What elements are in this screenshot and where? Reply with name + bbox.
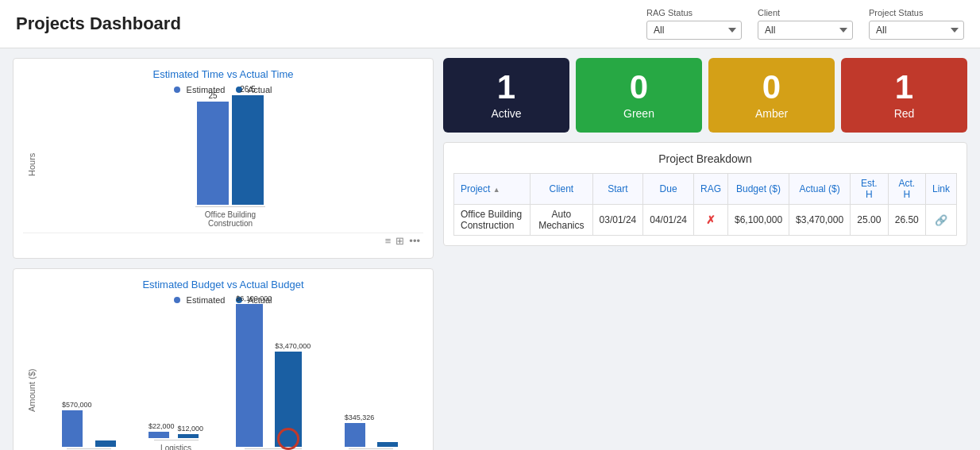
time-chart-card: Estimated Time vs Actual Time Estimated … — [13, 58, 434, 259]
rag-status-select[interactable]: All Green Amber Red — [646, 21, 742, 40]
budget-act-val-2: $3,470,000 — [275, 342, 311, 350]
time-act-bar-group: 26.5 — [232, 85, 264, 205]
status-card-red: 1 Red — [841, 58, 967, 133]
right-column: 1 Active 0 Green 0 Amber 1 Red Project B… — [443, 58, 967, 450]
budget-est-bar-0 — [62, 410, 83, 447]
red-label: Red — [894, 107, 915, 120]
time-chart-bars: 25 26.5 Office BuildingConstruction — [37, 101, 423, 228]
budget-chart-card: Estimated Budget vs Actual Budget Estima… — [13, 268, 434, 450]
active-count: 1 — [497, 71, 515, 104]
estimated-legend-dot — [174, 87, 180, 93]
budget-act-group-3 — [377, 433, 398, 447]
sort-arrow-project[interactable]: ▲ — [493, 186, 500, 194]
time-bars-row: 25 26.5 — [197, 85, 264, 205]
budget-est-val-2: $6,100,000 — [236, 294, 272, 302]
budget-act-group-2: $3,470,000 — [275, 342, 311, 447]
budget-y-axis: Amount ($) — [23, 311, 37, 450]
breakdown-title: Project Breakdown — [453, 152, 957, 165]
cell-project: Office Building Construction — [454, 205, 531, 236]
budget-est-legend-dot — [174, 297, 180, 303]
breakdown-table: Project ▲ Client Start Due RAG Budget ($… — [453, 173, 957, 236]
breakdown-card: Project Breakdown Project ▲ Client Start… — [443, 142, 967, 246]
time-chart-title: Estimated Time vs Actual Time — [23, 68, 423, 80]
col-acth: Act. H — [888, 174, 925, 205]
cell-budget: $6,100,000 — [728, 205, 789, 236]
cell-rag: ✗ — [693, 205, 727, 236]
client-select[interactable]: All — [758, 21, 853, 40]
client-label: Client — [758, 8, 853, 17]
budget-act-bar-0 — [95, 440, 116, 447]
budget-est-group-0: $570,000 — [62, 401, 92, 447]
budget-x-axis-0 — [67, 448, 111, 449]
budget-act-bar-3 — [377, 442, 398, 447]
green-count: 0 — [630, 71, 648, 104]
time-actual-bar — [232, 95, 264, 205]
budget-bar-group-1: $22,000 $12,000 LogisticsAutomationSoftw… — [149, 422, 203, 450]
red-count: 1 — [895, 71, 913, 104]
budget-est-bar-3 — [345, 423, 365, 447]
page-title: Projects Dashboard — [16, 13, 181, 34]
budget-chart-inner: $570,000 Hospital PrinterReplacement — [37, 311, 423, 450]
status-cards: 1 Active 0 Green 0 Amber 1 Red — [443, 58, 967, 133]
table-header: Project ▲ Client Start Due RAG Budget ($… — [454, 174, 957, 205]
cell-start: 03/01/24 — [592, 205, 643, 236]
rag-status-filter: RAG Status All Green Amber Red — [646, 8, 742, 40]
budget-est-group-2: $6,100,000 — [236, 294, 272, 447]
rag-status-label: RAG Status — [646, 8, 742, 17]
project-status-label: Project Status — [869, 8, 964, 17]
more-toolbar-icon[interactable]: ••• — [409, 235, 420, 247]
link-icon[interactable]: 🔗 — [935, 214, 947, 226]
time-act-val: 26.5 — [232, 85, 264, 94]
budget-act-bar-1 — [178, 434, 199, 438]
budget-chart-title: Estimated Budget vs Actual Budget — [23, 279, 423, 290]
budget-x-axis-1 — [154, 440, 199, 440]
budget-act-val-3 — [377, 433, 398, 440]
budget-act-bar-2 — [275, 352, 302, 447]
budget-bar-label-1: LogisticsAutomationSoftware — [156, 444, 196, 450]
budget-est-legend-label: Estimated — [187, 295, 226, 305]
time-bar-label-0: Office BuildingConstruction — [205, 210, 256, 228]
budget-bar-group-0: $570,000 Hospital PrinterReplacement — [62, 401, 116, 450]
col-project: Project ▲ — [454, 174, 531, 205]
expand-toolbar-icon[interactable]: ⊞ — [395, 235, 404, 247]
col-esth: Est. H — [851, 174, 888, 205]
budget-est-bar-2 — [236, 304, 263, 447]
amber-count: 0 — [762, 71, 781, 104]
budget-est-val-1: $22,000 — [149, 422, 175, 430]
header-row: Project ▲ Client Start Due RAG Budget ($… — [454, 174, 957, 205]
time-bar-group-0: 25 26.5 Office BuildingConstruction — [195, 85, 265, 228]
budget-chart-area: Amount ($) $570,000 — [23, 311, 423, 450]
time-y-axis: Hours — [23, 101, 37, 228]
client-filter: Client All — [758, 8, 853, 40]
project-status-filter: Project Status All Active Closed — [869, 8, 964, 40]
budget-bars-row-3: $345,326 — [345, 413, 399, 447]
budget-est-val-0: $570,000 — [62, 401, 92, 409]
col-budget: Budget ($) — [728, 174, 789, 205]
time-chart-toolbar: ≡ ⊞ ••• — [23, 233, 423, 248]
col-start: Start — [592, 174, 643, 205]
cell-client: Auto Mechanics — [531, 205, 592, 236]
status-card-active: 1 Active — [443, 58, 569, 133]
rag-red-icon: ✗ — [706, 213, 716, 226]
time-est-val: 25 — [197, 91, 229, 100]
budget-x-axis-3 — [349, 448, 393, 449]
col-rag: RAG — [693, 174, 727, 205]
amber-label: Amber — [755, 107, 788, 120]
budget-chart-legend: Estimated Actual — [23, 295, 423, 305]
cell-due: 04/01/24 — [643, 205, 694, 236]
status-card-green: 0 Green — [576, 58, 702, 133]
budget-est-group-1: $22,000 — [149, 422, 175, 438]
budget-act-group-1: $12,000 — [178, 425, 204, 438]
filter-toolbar-icon[interactable]: ≡ — [385, 235, 392, 247]
budget-bar-group-3: $345,326 Project GATTACA — [343, 413, 399, 450]
budget-act-val-0 — [95, 431, 116, 439]
status-card-amber: 0 Amber — [708, 58, 835, 133]
budget-x-axis-2 — [245, 448, 302, 449]
budget-bar-group-2: $6,100,000 $3,470,000 — [236, 294, 311, 450]
main-content: Estimated Time vs Actual Time Estimated … — [0, 48, 980, 450]
col-actual: Actual ($) — [789, 174, 851, 205]
budget-bars-row-0: $570,000 — [62, 401, 116, 447]
col-due: Due — [643, 174, 694, 205]
app-header: Projects Dashboard RAG Status All Green … — [0, 0, 980, 48]
project-status-select[interactable]: All Active Closed — [869, 21, 964, 40]
